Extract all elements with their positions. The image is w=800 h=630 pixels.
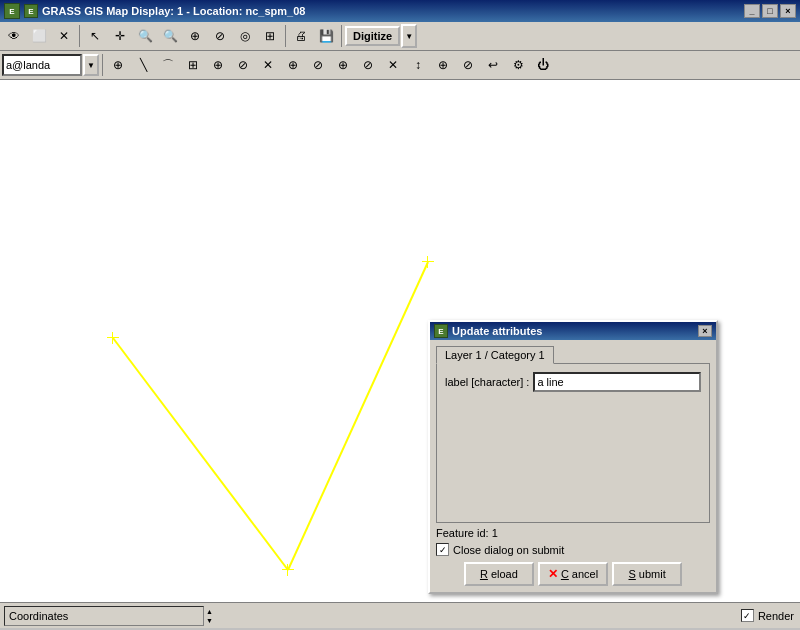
window-title: GRASS GIS Map Display: 1 - Location: nc_…: [42, 5, 305, 17]
close-button[interactable]: ×: [780, 4, 796, 18]
toolbar1: 👁 ⬜ ✕ ↖ ✛ 🔍 🔍 ⊕ ⊘ ◎ ⊞ 🖨 💾 Digitize ▼: [0, 22, 800, 51]
zoom-in-icon[interactable]: 🔍: [133, 24, 157, 48]
field-row: label [character] :: [445, 372, 701, 392]
toolbar-container: 👁 ⬜ ✕ ↖ ✛ 🔍 🔍 ⊕ ⊘ ◎ ⊞ 🖨 💾 Digitize ▼ a@l…: [0, 22, 800, 80]
dialog-tab-content: label [character] :: [436, 363, 710, 523]
undo2-icon[interactable]: ↩: [481, 53, 505, 77]
submit-button[interactable]: Submit: [612, 562, 682, 586]
toolbar-separator: [79, 25, 80, 47]
render-label: Render: [758, 610, 794, 622]
power-icon[interactable]: ⏻: [531, 53, 555, 77]
dialog-content: Layer 1 / Category 1 label [character] :…: [430, 340, 716, 592]
toolbar2-separator: [102, 54, 103, 76]
coordinates-label: Coordinates: [9, 610, 68, 622]
add-boundary-icon[interactable]: ⌒: [156, 53, 180, 77]
grass-logo-icon: E: [4, 3, 20, 19]
digitize-dropdown[interactable]: ▼: [401, 24, 417, 48]
layer-category-tab[interactable]: Layer 1 / Category 1: [436, 346, 554, 364]
render-checkbox[interactable]: ✓: [741, 609, 754, 622]
svg-line-1: [288, 262, 428, 570]
zoom-out-icon[interactable]: 🔍: [158, 24, 182, 48]
submit-label-underline: S: [629, 568, 636, 580]
titlebar: E E GRASS GIS Map Display: 1 - Location:…: [0, 0, 800, 22]
titlebar-left: E E GRASS GIS Map Display: 1 - Location:…: [4, 3, 305, 19]
vertex-move-icon[interactable]: ⊕: [331, 53, 355, 77]
split-icon[interactable]: ↕: [406, 53, 430, 77]
move-icon[interactable]: ✕: [256, 53, 280, 77]
edit-attr-icon[interactable]: ⊘: [356, 53, 380, 77]
label-input[interactable]: [533, 372, 701, 392]
digitize-label: Digitize: [353, 30, 392, 42]
save-icon[interactable]: 💾: [314, 24, 338, 48]
close-on-submit-row: ✓ Close dialog on submit: [436, 543, 710, 556]
close-on-submit-label: Close dialog on submit: [453, 544, 564, 556]
map-canvas-area: E Update attributes × Layer 1 / Category…: [0, 80, 800, 628]
dialog-title: Update attributes: [452, 325, 542, 337]
map-display-icon[interactable]: ⬜: [27, 24, 51, 48]
toolbar-separator2: [285, 25, 286, 47]
layer-dropdown-arrow[interactable]: ▼: [83, 54, 99, 76]
print-icon[interactable]: 🖨: [289, 24, 313, 48]
toolbar2: a@landa ▼ ⊕ ╲ ⌒ ⊞ ⊕ ⊘ ✕ ⊕ ⊘ ⊕ ⊘ ✕ ↕ ⊕ ⊘ …: [0, 51, 800, 79]
dialog-buttons: Reload ✕ Cancel Submit: [436, 562, 710, 586]
zoom-extent-icon[interactable]: ⊕: [183, 24, 207, 48]
eye-icon[interactable]: 👁: [2, 24, 26, 48]
coordinates-field: Coordinates: [4, 606, 204, 626]
cancel-x-icon: ✕: [548, 567, 558, 581]
feature-id-text: Feature id: 1: [436, 527, 710, 539]
render-section: ✓ Render: [741, 609, 794, 622]
layer-dropdown[interactable]: a@landa: [2, 54, 82, 76]
undo-icon[interactable]: ✕: [381, 53, 405, 77]
delete-icon[interactable]: ⊘: [231, 53, 255, 77]
maximize-button[interactable]: □: [762, 4, 778, 18]
dialog-close-button[interactable]: ×: [698, 325, 712, 337]
pan-icon[interactable]: ✛: [108, 24, 132, 48]
statusbar: Coordinates ▲ ▼ ✓ Render: [0, 602, 800, 628]
arrow-down-icon[interactable]: ▼: [206, 616, 213, 625]
pointer-icon[interactable]: ↖: [83, 24, 107, 48]
reload-label-underline: R: [480, 568, 488, 580]
layer-value: a@landa: [6, 59, 50, 71]
add-point-icon[interactable]: ⊕: [106, 53, 130, 77]
dialog-titlebar: E Update attributes ×: [430, 322, 716, 340]
coordinates-arrows[interactable]: ▲ ▼: [206, 607, 213, 625]
svg-line-0: [113, 338, 288, 570]
zoom-region-icon[interactable]: ⊘: [208, 24, 232, 48]
close-on-submit-checkbox[interactable]: ✓: [436, 543, 449, 556]
toolbar-separator3: [341, 25, 342, 47]
settings2-icon[interactable]: ⊘: [456, 53, 480, 77]
update-attributes-dialog: E Update attributes × Layer 1 / Category…: [428, 320, 718, 594]
add-centroid-icon[interactable]: ⊞: [181, 53, 205, 77]
app-icon: E: [24, 4, 38, 18]
vertex-del-icon[interactable]: ⊘: [306, 53, 330, 77]
settings-icon[interactable]: ⚙: [506, 53, 530, 77]
reload-button[interactable]: Reload: [464, 562, 534, 586]
field-label: label [character] :: [445, 376, 529, 388]
cancel-button[interactable]: ✕ Cancel: [538, 562, 608, 586]
add-area-icon[interactable]: ⊕: [206, 53, 230, 77]
dialog-icon: E: [434, 324, 448, 338]
cancel-label-underline: C: [561, 568, 569, 580]
tab-label: Layer 1 / Category 1: [445, 349, 545, 361]
vertex-add-icon[interactable]: ⊕: [281, 53, 305, 77]
minimize-button[interactable]: _: [744, 4, 760, 18]
digitize-button[interactable]: Digitize: [345, 26, 400, 46]
analyze-icon[interactable]: ⊞: [258, 24, 282, 48]
query-icon[interactable]: ◎: [233, 24, 257, 48]
erase-icon[interactable]: ✕: [52, 24, 76, 48]
add-line-icon[interactable]: ╲: [131, 53, 155, 77]
arrow-up-icon[interactable]: ▲: [206, 607, 213, 616]
merge-icon[interactable]: ⊕: [431, 53, 455, 77]
titlebar-controls: _ □ ×: [744, 4, 796, 18]
